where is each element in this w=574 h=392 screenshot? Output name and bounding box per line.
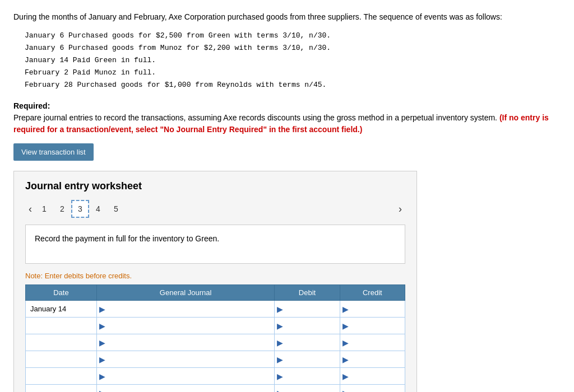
gj-cell-1[interactable]: ▶ bbox=[96, 301, 274, 318]
credit-cell-3[interactable]: ▶ bbox=[340, 334, 405, 351]
events-block: January 6 Purchased goods for $2,500 fro… bbox=[25, 30, 561, 91]
date-cell-5 bbox=[26, 368, 97, 385]
event-line-1: January 6 Purchased goods for $2,500 fro… bbox=[25, 30, 561, 42]
journal-table: Date General Journal Debit Credit Januar… bbox=[25, 284, 405, 392]
debit-input-2[interactable] bbox=[285, 318, 339, 334]
table-row: ▶ ▶ ▶ bbox=[26, 385, 405, 392]
gj-cell-6[interactable]: ▶ bbox=[96, 385, 274, 392]
arrow-icon-5: ▶ bbox=[97, 372, 108, 381]
debit-input-4[interactable] bbox=[285, 351, 339, 367]
debit-cell-4[interactable]: ▶ bbox=[275, 351, 340, 368]
col-credit: Credit bbox=[340, 285, 405, 301]
gj-input-5[interactable] bbox=[108, 368, 274, 384]
credit-cell-2[interactable]: ▶ bbox=[340, 318, 405, 334]
credit-arrow-5: ▶ bbox=[340, 372, 351, 381]
debit-arrow-2: ▶ bbox=[275, 321, 285, 330]
gj-input-6[interactable] bbox=[108, 385, 274, 392]
credit-arrow-2: ▶ bbox=[340, 321, 351, 330]
arrow-icon-4: ▶ bbox=[97, 355, 108, 364]
debit-cell-3[interactable]: ▶ bbox=[275, 334, 340, 351]
required-text: Prepare journal entries to record the tr… bbox=[13, 113, 497, 122]
worksheet-title: Journal entry worksheet bbox=[25, 180, 405, 192]
debit-input-6[interactable] bbox=[285, 385, 339, 392]
col-debit: Debit bbox=[275, 285, 340, 301]
credit-input-6[interactable] bbox=[351, 385, 405, 392]
arrow-icon-1: ▶ bbox=[97, 305, 108, 314]
gj-input-3[interactable] bbox=[108, 334, 274, 351]
date-cell-6 bbox=[26, 385, 97, 392]
credit-cell-4[interactable]: ▶ bbox=[340, 351, 405, 368]
tab-4[interactable]: 4 bbox=[89, 200, 107, 218]
debit-cell-5[interactable]: ▶ bbox=[275, 368, 340, 385]
table-row: ▶ ▶ ▶ bbox=[26, 351, 405, 368]
credit-input-1[interactable] bbox=[351, 301, 405, 317]
credit-arrow-4: ▶ bbox=[340, 355, 351, 364]
gj-cell-2[interactable]: ▶ bbox=[96, 318, 274, 334]
debit-arrow-6: ▶ bbox=[275, 389, 285, 392]
date-cell-4 bbox=[26, 351, 97, 368]
instruction-box: Record the payment in full for the inven… bbox=[25, 225, 405, 264]
credit-input-4[interactable] bbox=[351, 351, 405, 367]
credit-cell-6[interactable]: ▶ bbox=[340, 385, 405, 392]
gj-input-2[interactable] bbox=[108, 318, 274, 334]
gj-input-4[interactable] bbox=[108, 351, 274, 367]
debit-arrow-5: ▶ bbox=[275, 372, 285, 381]
gj-cell-3[interactable]: ▶ bbox=[96, 334, 274, 351]
arrow-icon-2: ▶ bbox=[97, 321, 108, 330]
event-line-2: January 6 Purchased goods from Munoz for… bbox=[25, 42, 561, 54]
gj-input-1[interactable] bbox=[108, 301, 274, 317]
date-cell-1: January 14 bbox=[26, 301, 97, 318]
tab-1[interactable]: 1 bbox=[35, 200, 53, 218]
required-label: Required: bbox=[13, 101, 50, 110]
note-text: Note: Enter debits before credits. bbox=[25, 272, 405, 280]
debit-arrow-3: ▶ bbox=[275, 338, 285, 347]
arrow-icon-6: ▶ bbox=[97, 389, 108, 392]
table-row: ▶ ▶ ▶ bbox=[26, 318, 405, 334]
arrow-icon-3: ▶ bbox=[97, 338, 108, 347]
debit-arrow-1: ▶ bbox=[275, 305, 285, 314]
debit-cell-6[interactable]: ▶ bbox=[275, 385, 340, 392]
col-date: Date bbox=[26, 285, 97, 301]
debit-cell-2[interactable]: ▶ bbox=[275, 318, 340, 334]
tab-5[interactable]: 5 bbox=[107, 200, 125, 218]
event-line-4: February 2 Paid Munoz in full. bbox=[25, 67, 561, 79]
table-row: January 14 ▶ ▶ ▶ bbox=[26, 301, 405, 318]
gj-cell-5[interactable]: ▶ bbox=[96, 368, 274, 385]
col-general-journal: General Journal bbox=[96, 285, 274, 301]
debit-input-3[interactable] bbox=[285, 334, 339, 351]
credit-input-2[interactable] bbox=[351, 318, 405, 334]
credit-cell-5[interactable]: ▶ bbox=[340, 368, 405, 385]
credit-arrow-1: ▶ bbox=[340, 305, 351, 314]
event-line-3: January 14 Paid Green in full. bbox=[25, 54, 561, 67]
table-row: ▶ ▶ ▶ bbox=[26, 334, 405, 351]
prev-arrow[interactable]: ‹ bbox=[25, 202, 35, 216]
credit-arrow-6: ▶ bbox=[340, 389, 351, 392]
gj-cell-4[interactable]: ▶ bbox=[96, 351, 274, 368]
debit-input-5[interactable] bbox=[285, 368, 339, 384]
credit-input-3[interactable] bbox=[351, 334, 405, 351]
intro-paragraph: During the months of January and Februar… bbox=[13, 11, 561, 23]
debit-arrow-4: ▶ bbox=[275, 355, 285, 364]
required-section: Required: Prepare journal entries to rec… bbox=[13, 100, 561, 136]
next-arrow[interactable]: › bbox=[395, 202, 405, 216]
credit-arrow-3: ▶ bbox=[340, 338, 351, 347]
credit-input-5[interactable] bbox=[351, 368, 405, 384]
tab-3[interactable]: 3 bbox=[71, 200, 89, 218]
date-cell-2 bbox=[26, 318, 97, 334]
tab-2[interactable]: 2 bbox=[53, 200, 71, 218]
view-transaction-button[interactable]: View transaction list bbox=[13, 143, 94, 161]
table-row: ▶ ▶ ▶ bbox=[26, 368, 405, 385]
event-line-5: February 28 Purchased goods for $1,000 f… bbox=[25, 79, 561, 91]
date-cell-3 bbox=[26, 334, 97, 351]
debit-cell-1[interactable]: ▶ bbox=[275, 301, 340, 318]
credit-cell-1[interactable]: ▶ bbox=[340, 301, 405, 318]
tab-row: ‹ 1 2 3 4 5 › bbox=[25, 200, 405, 218]
debit-input-1[interactable] bbox=[285, 301, 339, 317]
journal-worksheet: Journal entry worksheet ‹ 1 2 3 4 5 › Re… bbox=[13, 171, 417, 392]
instruction-text: Record the payment in full for the inven… bbox=[35, 234, 219, 243]
